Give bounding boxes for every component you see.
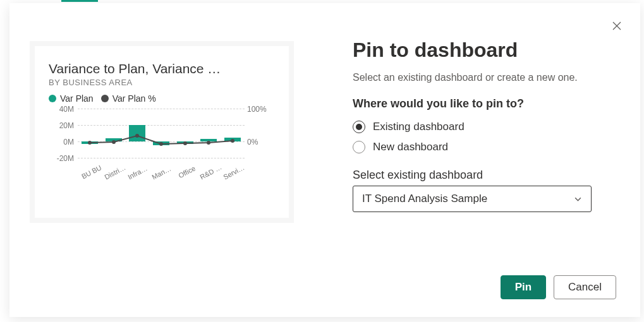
svg-point-3 [112,140,116,144]
svg-point-7 [207,141,210,145]
x-label: Distrib… [103,163,128,181]
dialog-subtitle: Select an existing dashboard or create a… [353,72,616,83]
pin-button[interactable]: Pin [501,275,546,299]
dashboard-select-value: IT Spend Analysis Sample [362,193,487,205]
y-right-tick: 0% [247,138,275,146]
pin-form-pane: Pin to dashboard Select an existing dash… [329,3,640,317]
dialog-title: Pin to dashboard [353,39,616,62]
plot-area [78,109,245,165]
line-series [78,109,245,165]
x-label: Service… [222,163,247,181]
x-axis-labels: BU BU Distrib… Infrastr… Manuf… Office R… [78,169,245,176]
radio-new-dashboard[interactable]: New dashboard [353,137,616,157]
dialog-button-row: Pin Cancel [353,275,616,299]
chart-legend: Var Plan Var Plan % [49,93,275,104]
legend-swatch-gray [101,95,109,102]
y-left-tick: 20M [49,121,74,130]
chart-plot: 40M 20M 0M -20M 100% 0% [49,109,275,203]
svg-point-6 [183,141,187,145]
chart-title: Variance to Plan, Variance … [49,61,275,76]
radio-existing-dashboard[interactable]: Existing dashboard [353,117,616,137]
svg-point-4 [135,134,139,138]
svg-point-5 [159,142,163,146]
x-label: R&D R… [198,163,223,181]
legend-item-var-plan-pct: Var Plan % [101,93,156,104]
radio-icon-unselected [353,141,365,153]
cancel-button[interactable]: Cancel [554,275,616,299]
radio-icon-selected [353,121,365,133]
pin-target-label: Where would you like to pin to? [353,97,616,110]
x-label: BU BU [79,163,104,181]
svg-point-8 [231,139,234,143]
chart-card: Variance to Plan, Variance … BY BUSINESS… [35,46,289,218]
legend-label-1: Var Plan [60,93,94,104]
svg-point-2 [88,141,92,145]
x-label: Manuf… [150,163,175,181]
radio-label: Existing dashboard [373,121,465,133]
dashboard-select[interactable]: IT Spend Analysis Sample [353,186,592,212]
y-left-tick: -20M [49,154,74,163]
visual-preview-pane: Variance to Plan, Variance … BY BUSINESS… [9,3,329,317]
y-left-tick: 0M [49,138,74,146]
y-left-tick: 40M [49,105,74,114]
legend-label-2: Var Plan % [112,93,156,104]
select-existing-label: Select existing dashboard [353,169,616,182]
chevron-down-icon [574,195,582,203]
radio-label: New dashboard [373,141,448,153]
y-right-tick: 100% [247,105,275,114]
legend-item-var-plan: Var Plan [49,93,94,104]
pin-target-radio-group: Existing dashboard New dashboard [353,117,616,157]
x-label: Infrastr… [127,163,152,181]
legend-swatch-teal [49,95,56,102]
chart-subtitle: BY BUSINESS AREA [49,78,275,87]
x-label: Office [174,163,199,181]
pin-to-dashboard-dialog: Variance to Plan, Variance … BY BUSINESS… [9,3,640,317]
accent-bar [61,0,98,2]
